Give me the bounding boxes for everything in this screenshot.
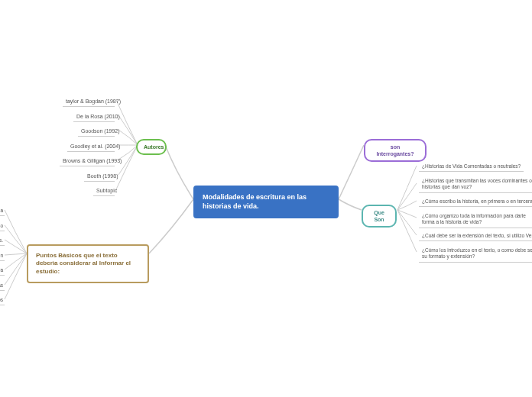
leaf-queson-2[interactable]: ¿Cómo escribo la historia, en primera o … — [419, 197, 532, 207]
leaf-puntos-2[interactable]: s. — [0, 236, 5, 246]
leaf-queson-5[interactable]: ¿Cómo los introduzco en el texto, o como… — [419, 246, 532, 263]
leaf-puntos-6[interactable]: os — [0, 295, 5, 305]
leaf-autor-6[interactable]: Subtopic — [93, 186, 115, 196]
leaf-autor-2[interactable]: Goodson (1992) — [78, 126, 115, 137]
leaf-autor-1[interactable]: De la Rosa (2010) — [73, 111, 115, 122]
leaf-queson-0[interactable]: ¿Historias de Vida Comentadas o neutrale… — [419, 162, 524, 172]
branch-autores[interactable]: Autores — [136, 139, 167, 155]
central-topic[interactable]: Modalidades de escritura en las historia… — [193, 186, 339, 218]
leaf-puntos-3[interactable]: ón — [0, 251, 5, 261]
leaf-puntos-5[interactable]: as — [0, 281, 5, 291]
leaf-queson-1[interactable]: ¿Historias que transmitan las voces domi… — [419, 176, 532, 193]
branch-interrogantes[interactable]: son Interrogantes? — [364, 139, 427, 162]
branch-queson[interactable]: Que Son — [362, 205, 397, 228]
leaf-puntos-1[interactable]: lo — [0, 221, 5, 231]
leaf-puntos-0[interactable]: da — [0, 206, 5, 216]
leaf-autor-4[interactable]: Browns & Gilligan (1993) — [60, 156, 115, 166]
leaf-autor-5[interactable]: Booth (1998) — [84, 171, 115, 182]
leaf-autor-0[interactable]: taylor & Bogdan (1987) — [63, 96, 115, 107]
leaf-autor-3[interactable]: Goodley et al. (2004) — [67, 141, 115, 152]
leaf-queson-4[interactable]: ¿Cuál debe ser la extensión del texto, s… — [419, 231, 532, 241]
leaf-puntos-4[interactable]: ra — [0, 266, 5, 276]
leaf-queson-3[interactable]: ¿Cómo organizo toda la información para … — [419, 211, 532, 228]
branch-puntos[interactable]: Puntos Bàsicos que el texto deberìa cons… — [27, 244, 149, 283]
